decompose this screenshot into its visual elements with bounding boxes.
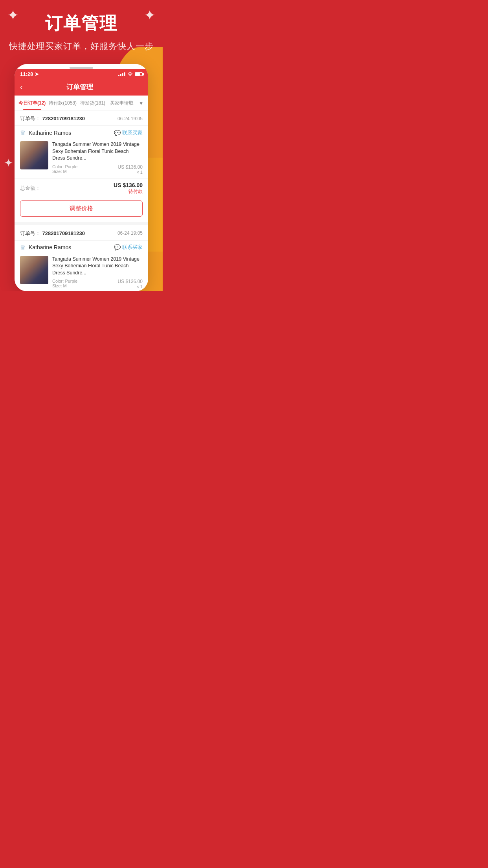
header-section: 订单管理 快捷处理买家订单，好服务快人一步: [0, 0, 163, 60]
status-bar: 11:28 ➤: [15, 69, 148, 79]
buyer-left-1: ♛ Katharine Ramos: [20, 129, 71, 136]
back-button[interactable]: ‹: [20, 83, 23, 92]
total-status-1: 待付款: [114, 188, 143, 195]
color-attr-2: Color: Purple: [52, 279, 77, 283]
tab-pending-ship[interactable]: 待发货(181): [78, 96, 107, 110]
product-info-2: Tangada Summer Women 2019 Vintage Sexy B…: [52, 256, 143, 289]
page-title: 订单管理: [8, 12, 155, 35]
total-amount-1: US $136.00: [114, 182, 143, 188]
status-left: 11:28 ➤: [20, 71, 39, 77]
size-label-1: Size:: [52, 169, 62, 174]
tabs-container: 今日订单(12) 待付款(1058) 待发货(181) 买家申请取 ▼: [15, 96, 148, 110]
notch-bar: [70, 67, 93, 69]
color-value-2: Purple: [65, 279, 77, 283]
product-name-2: Tangada Summer Women 2019 Vintage Sexy B…: [52, 256, 143, 277]
product-info-1: Tangada Summer Women 2019 Vintage Sexy B…: [52, 141, 143, 175]
size-label-2: Size:: [52, 283, 62, 288]
chat-icon-1: 💬: [114, 130, 121, 136]
order-card-2: 订单号： 728201709181230 06-24 19:05 ♛ Katha…: [15, 225, 148, 292]
order-action-1: 调整价格: [15, 197, 148, 222]
product-qty-2: × 1: [118, 284, 143, 289]
chat-icon-2: 💬: [114, 244, 121, 250]
contact-buyer-btn-1[interactable]: 💬 联系买家: [114, 129, 143, 136]
tab-buyer-requests[interactable]: 买家申请取: [107, 96, 136, 110]
battery-fill: [136, 73, 140, 75]
product-name-1: Tangada Summer Women 2019 Vintage Sexy B…: [52, 141, 143, 162]
order-date-1: 06-24 19:05: [117, 116, 143, 121]
product-img-placeholder-1: [20, 141, 48, 169]
order-total-1: 总金额： US $136.00 待付款: [15, 178, 148, 197]
buyer-left-2: ♛ Katharine Ramos: [20, 244, 71, 251]
phone-notch: [15, 64, 148, 69]
color-value-1: Purple: [65, 164, 77, 169]
order-buyer-2: ♛ Katharine Ramos 💬 联系买家: [15, 241, 148, 254]
crown-icon-1: ♛: [20, 129, 26, 136]
contact-label-2: 联系买家: [122, 244, 143, 251]
total-right-1: US $136.00 待付款: [114, 182, 143, 195]
order-number-value-1: 728201709181230: [42, 116, 84, 121]
signal-bar-1: [118, 75, 119, 76]
order-number-container-1: 订单号： 728201709181230: [20, 115, 85, 122]
product-image-2: [20, 256, 48, 284]
product-attrs-1: Color: Purple Size: M US $136.00: [52, 164, 143, 175]
adjust-price-button-1[interactable]: 调整价格: [20, 200, 143, 217]
signal-bar-4: [124, 72, 125, 76]
order-product-1: Tangada Summer Women 2019 Vintage Sexy B…: [15, 140, 148, 178]
page-subtitle: 快捷处理买家订单，好服务快人一步: [8, 40, 155, 52]
signal-bar-3: [122, 73, 123, 76]
orders-scroll[interactable]: 订单号： 728201709181230 06-24 19:05 ♛ Katha…: [15, 110, 148, 291]
status-right: [118, 72, 143, 77]
buyer-name-1: Katharine Ramos: [29, 130, 71, 136]
size-attr-1: Size: M: [52, 169, 77, 174]
product-attrs-left-2: Color: Purple Size: M: [52, 279, 77, 288]
size-value-1: M: [63, 169, 67, 174]
product-price-1: US $136.00: [118, 164, 143, 170]
order-number-value-2: 728201709181230: [42, 230, 84, 236]
signal-bars: [118, 72, 125, 76]
color-label-1: Color:: [52, 164, 64, 169]
product-attrs-right-2: US $136.00 × 1: [118, 279, 143, 289]
product-attrs-right-1: US $136.00 × 1: [118, 164, 143, 175]
color-label-2: Color:: [52, 279, 64, 283]
star-decoration-bl: ✦: [4, 156, 13, 169]
app-navbar: ‹ 订单管理: [15, 79, 148, 96]
outer-container: ✦ ✦ ✦ 订单管理 快捷处理买家订单，好服务快人一步 11:28 ➤: [0, 0, 163, 291]
product-qty-1: × 1: [118, 170, 143, 175]
product-attrs-2: Color: Purple Size: M US $136.00: [52, 279, 143, 289]
order-header-2: 订单号： 728201709181230 06-24 19:05: [15, 225, 148, 241]
wifi-icon: [127, 72, 133, 77]
tab-pending-payment[interactable]: 待付款(1058): [47, 96, 78, 110]
order-date-2: 06-24 19:05: [117, 230, 143, 236]
time-display: 11:28: [20, 71, 33, 77]
contact-label-1: 联系买家: [122, 129, 143, 136]
total-label-1: 总金额：: [20, 185, 40, 192]
order-number-label-2: 订单号：: [20, 230, 40, 236]
order-buyer-1: ♛ Katharine Ramos 💬 联系买家: [15, 126, 148, 140]
order-number-container-2: 订单号： 728201709181230: [20, 230, 85, 237]
order-header-1: 订单号： 728201709181230 06-24 19:05: [15, 110, 148, 126]
product-image-1: [20, 141, 48, 169]
crown-icon-2: ♛: [20, 244, 26, 251]
phone-mockup: 11:28 ➤: [15, 64, 148, 291]
size-value-2: M: [63, 283, 67, 288]
location-icon: ➤: [35, 71, 39, 77]
signal-bar-2: [120, 74, 121, 76]
navbar-title: 订单管理: [27, 83, 133, 92]
color-attr-1: Color: Purple: [52, 164, 77, 169]
buyer-name-2: Katharine Ramos: [29, 244, 71, 250]
product-attrs-left-1: Color: Purple Size: M: [52, 164, 77, 174]
product-img-placeholder-2: [20, 256, 48, 284]
order-number-label-1: 订单号：: [20, 116, 40, 121]
order-card-1: 订单号： 728201709181230 06-24 19:05 ♛ Katha…: [15, 110, 148, 222]
tab-more-dropdown[interactable]: ▼: [136, 96, 146, 110]
size-attr-2: Size: M: [52, 283, 77, 288]
tab-today-orders[interactable]: 今日订单(12): [17, 96, 47, 110]
battery-icon: [135, 72, 143, 76]
order-product-2: Tangada Summer Women 2019 Vintage Sexy B…: [15, 254, 148, 292]
product-price-2: US $136.00: [118, 279, 143, 284]
contact-buyer-btn-2[interactable]: 💬 联系买家: [114, 244, 143, 251]
